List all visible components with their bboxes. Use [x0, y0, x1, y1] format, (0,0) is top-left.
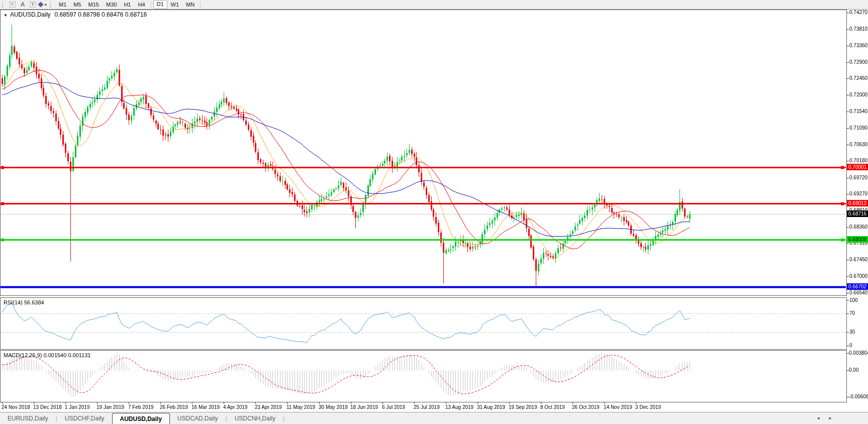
tab-scroll-right-icon[interactable]: ►	[828, 416, 832, 420]
macd-indicator-label: MACD(12,26,9) 0.001540 0.001131	[4, 352, 90, 358]
timeframe-button-mn[interactable]: MN	[182, 1, 198, 9]
text-tool-icon[interactable]: A	[18, 1, 28, 9]
timeframe-button-d1[interactable]: D1	[153, 0, 167, 9]
timeframe-button-m15[interactable]: M15	[85, 1, 103, 9]
text-label-glyph: T	[30, 2, 36, 8]
tab-scroll-left-icon[interactable]: ◄	[816, 416, 820, 420]
toolbar-separator	[200, 2, 201, 8]
chart-tab-usdchf[interactable]: USDCHF,Daily	[57, 412, 112, 424]
fibonacci-tool-icon[interactable]: F	[8, 1, 18, 9]
timeframe-button-h4[interactable]: H4	[134, 1, 148, 9]
tab-separator: |	[283, 412, 284, 424]
price-chart-canvas[interactable]	[0, 0, 868, 424]
fibonacci-glyph: F	[10, 2, 16, 8]
chart-tab-eurusd[interactable]: EURUSD,Daily	[0, 412, 56, 424]
timeframe-button-m30[interactable]: M30	[103, 1, 120, 9]
text-label-tool-icon[interactable]: T	[28, 1, 38, 9]
symbol-dropdown-icon[interactable]: ▼	[4, 13, 8, 18]
arrows-diamond-glyph	[38, 2, 44, 7]
toolbar-grip	[2, 2, 5, 8]
chart-tab-usdcad[interactable]: USDCAD,Daily	[170, 412, 226, 424]
chart-toolbar: FAT▾M1M5M15M30H1H4D1W1MN	[0, 0, 868, 10]
toolbar-grip	[50, 2, 52, 8]
chart-tab-audusd[interactable]: AUDUSD,Daily	[112, 413, 170, 424]
timeframe-button-m5[interactable]: M5	[70, 1, 84, 9]
toolbar-separator	[151, 2, 151, 8]
arrows-tool-icon[interactable]: ▾	[38, 1, 48, 9]
trading-terminal-window: FAT▾M1M5M15M30H1H4D1W1MN ▼AUDUSD,Daily0.…	[0, 0, 868, 424]
rsi-indicator-label: RSI(14) 56.6384	[4, 299, 44, 305]
chart-ohlc-values: 0.68597 0.68798 0.68476 0.68716	[55, 11, 147, 18]
timeframe-button-w1[interactable]: W1	[167, 1, 183, 9]
timeframe-button-h1[interactable]: H1	[120, 1, 134, 9]
chart-symbol-period: AUDUSD,Daily	[10, 11, 51, 18]
chart-tab-bar: EURUSD,Daily|USDCHF,DailyAUDUSD,DailyUSD…	[0, 412, 868, 424]
dropdown-caret-icon: ▾	[44, 3, 46, 7]
text-tool-glyph: A	[21, 1, 25, 8]
chart-tab-usdcnh[interactable]: USDCNH,Daily	[227, 412, 283, 424]
timeframe-button-m1[interactable]: M1	[55, 1, 70, 9]
chart-title: ▼AUDUSD,Daily0.68597 0.68798 0.68476 0.6…	[4, 11, 147, 18]
